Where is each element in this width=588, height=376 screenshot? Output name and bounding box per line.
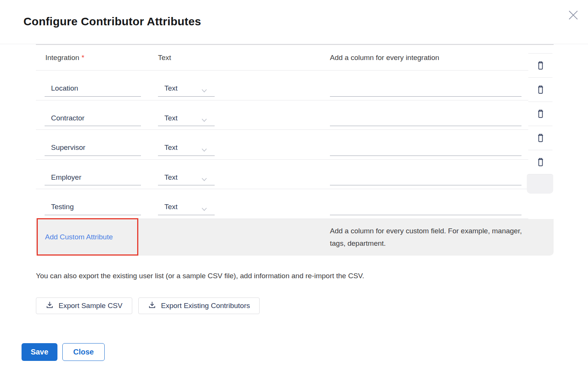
close-button[interactable]: Close — [62, 343, 105, 361]
attribute-column-cell — [330, 166, 528, 182]
attribute-name-cell: Location — [36, 77, 158, 93]
attribute-name-value: Supervisor — [51, 143, 85, 152]
attribute-name-cell: Contractor — [36, 107, 158, 123]
attribute-name-cell: Supervisor — [36, 137, 158, 153]
required-asterisk: * — [82, 54, 84, 62]
attribute-column-input[interactable] — [330, 140, 521, 156]
attribute-column-cell — [330, 137, 528, 153]
custom-attribute-note: Add a column for every custom field. For… — [330, 219, 526, 256]
attribute-type-select[interactable]: Text — [158, 110, 215, 126]
save-button[interactable]: Save — [22, 343, 57, 361]
delete-cell — [528, 53, 552, 77]
attribute-column-cell: Add a column for every integration — [330, 54, 528, 62]
table-row: Location Text — [36, 71, 528, 100]
delete-column-empty-cell — [527, 174, 553, 194]
delete-cell — [528, 77, 552, 102]
attribute-name-cell: Testing — [36, 196, 158, 212]
delete-column — [528, 45, 552, 194]
add-custom-attribute-row: Add Custom Attribute Add a column for ev… — [36, 219, 554, 256]
attribute-type-cell: Text — [158, 107, 330, 123]
chevron-down-icon — [201, 87, 207, 94]
attribute-name-cell: Employer — [36, 166, 158, 182]
attribute-type-select[interactable]: Text — [158, 81, 215, 97]
chevron-down-icon — [201, 117, 207, 123]
trash-icon — [536, 163, 545, 168]
export-sample-csv-label: Export Sample CSV — [59, 302, 122, 310]
attribute-type-value: Text — [164, 173, 178, 182]
attribute-column-cell — [330, 77, 528, 93]
attribute-name-input[interactable]: Contractor — [45, 110, 141, 126]
attribute-type-value: Text — [164, 114, 178, 122]
attribute-name-value: Testing — [51, 203, 74, 211]
export-existing-contributors-label: Export Existing Contributors — [161, 302, 250, 310]
attribute-type-select[interactable]: Text — [158, 199, 215, 215]
export-existing-contributors-button[interactable]: Export Existing Contributors — [138, 297, 260, 314]
export-help-text: You can also export the existing user li… — [36, 272, 364, 280]
attribute-type-select[interactable]: Text — [158, 170, 215, 185]
chevron-down-icon — [201, 206, 207, 213]
trash-icon — [536, 139, 545, 144]
modal-header: Configure Contributor Attributes — [0, 0, 588, 44]
attribute-type-value: Text — [164, 84, 178, 92]
chevron-down-icon — [201, 146, 207, 153]
attribute-type-cell: Text — [158, 166, 330, 182]
attribute-name-input[interactable]: Testing — [45, 199, 141, 215]
attribute-type-cell: Text — [158, 137, 330, 153]
attribute-name-value: Contractor — [51, 114, 85, 122]
attribute-type-value: Text — [164, 143, 178, 152]
attribute-type-value: Text — [164, 203, 178, 211]
table-row: Testing Text — [36, 189, 528, 219]
attribute-column-cell — [330, 107, 528, 123]
download-icon — [46, 301, 54, 311]
integration-type-label: Text — [158, 54, 171, 62]
table-row-integration: Integration* Text Add a column for every… — [36, 45, 528, 71]
table-row: Employer Text — [36, 160, 528, 190]
footer-actions: Save Close — [22, 343, 105, 361]
attribute-name-value: Employer — [51, 173, 81, 182]
attribute-name-value: Location — [51, 84, 78, 92]
trash-icon — [536, 114, 545, 120]
attribute-column-input[interactable] — [330, 199, 521, 215]
attributes-table: Integration* Text Add a column for every… — [36, 45, 554, 256]
attribute-column-cell — [330, 196, 528, 212]
attribute-type-cell: Text — [158, 196, 330, 212]
modal-title: Configure Contributor Attributes — [23, 15, 201, 28]
integration-note: Add a column for every integration — [330, 54, 439, 62]
x-icon — [568, 16, 579, 22]
attribute-column-input[interactable] — [330, 170, 521, 185]
export-buttons: Export Sample CSV Export Existing Contri… — [36, 297, 260, 314]
chevron-down-icon — [201, 176, 207, 183]
delete-cell — [528, 150, 552, 174]
attribute-column-input[interactable] — [330, 81, 521, 97]
attribute-name-input[interactable]: Supervisor — [45, 140, 141, 156]
download-icon — [148, 301, 156, 311]
export-sample-csv-button[interactable]: Export Sample CSV — [36, 297, 132, 314]
attribute-name-input[interactable]: Employer — [45, 170, 141, 185]
delete-attribute-button[interactable] — [535, 132, 546, 144]
delete-attribute-button[interactable] — [535, 108, 546, 120]
attribute-type-cell: Text — [158, 77, 330, 93]
delete-attribute-button[interactable] — [535, 60, 546, 71]
close-modal-button[interactable] — [567, 9, 580, 22]
delete-cell — [528, 102, 552, 126]
table-row: Contractor Text — [36, 100, 528, 130]
trash-icon — [536, 66, 545, 72]
add-custom-attribute-link[interactable]: Add Custom Attribute — [45, 233, 113, 241]
attribute-rows: Integration* Text Add a column for every… — [36, 45, 528, 219]
attribute-name-cell: Integration* — [36, 54, 158, 62]
trash-icon — [536, 90, 545, 96]
integration-label: Integration — [45, 54, 79, 62]
attribute-type-cell: Text — [158, 54, 330, 62]
delete-cell — [528, 126, 552, 150]
attribute-column-input[interactable] — [330, 110, 521, 126]
attribute-name-input[interactable]: Location — [45, 81, 141, 97]
delete-attribute-button[interactable] — [535, 84, 546, 96]
table-row: Supervisor Text — [36, 130, 528, 160]
delete-attribute-button[interactable] — [535, 156, 546, 168]
attribute-type-select[interactable]: Text — [158, 140, 215, 156]
